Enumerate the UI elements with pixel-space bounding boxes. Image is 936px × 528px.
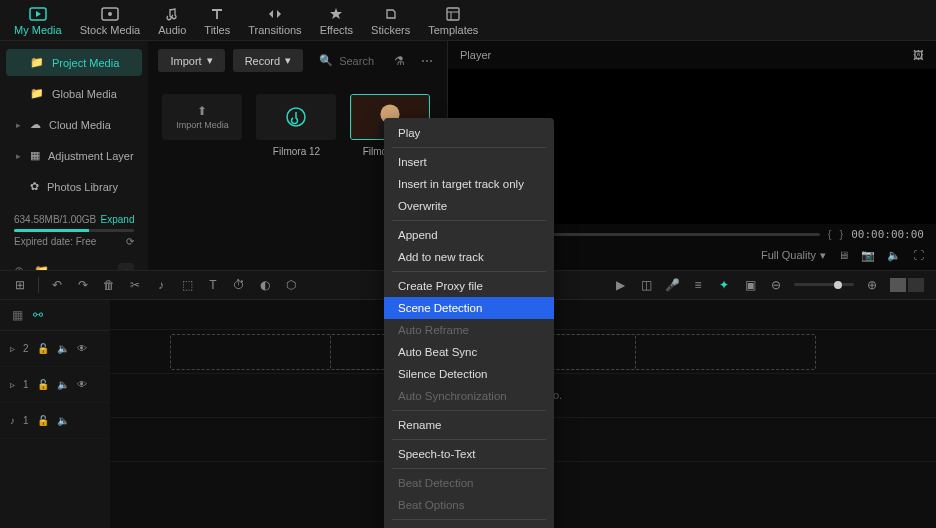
zoom-out-icon[interactable]: ⊖ [768, 278, 784, 292]
layer-icon: ▦ [30, 149, 40, 162]
view-grid-button[interactable] [908, 278, 924, 292]
import-media-tile[interactable]: ⬆ Import Media [162, 94, 242, 157]
image-icon[interactable]: 🖼 [913, 49, 924, 61]
audio-icon [162, 6, 182, 22]
undo-icon[interactable]: ↶ [49, 278, 65, 292]
color-icon[interactable]: ◐ [257, 278, 273, 292]
marker-icon[interactable]: ▣ [742, 278, 758, 292]
refresh-icon[interactable]: ⟳ [126, 236, 134, 247]
ai-icon[interactable]: ✦ [716, 278, 732, 292]
sidebar-item-cloud-media[interactable]: ▸ ☁ Cloud Media [6, 111, 142, 138]
music-icon[interactable]: ♪ [153, 278, 169, 292]
snapshot-icon[interactable]: 📷 [861, 249, 875, 262]
media-toolbar: Import▾ Record▾ 🔍Search ⚗ ⋯ [148, 41, 447, 80]
menu-item-silence-detection[interactable]: Silence Detection [384, 363, 554, 385]
menu-item-auto-reframe: Auto Reframe [384, 319, 554, 341]
zoom-slider[interactable] [794, 283, 854, 286]
fullscreen-icon[interactable]: ⛶ [913, 249, 924, 261]
eye-icon[interactable]: 👁 [77, 379, 87, 390]
menu-item-speech-to-text[interactable]: Speech-to-Text [384, 443, 554, 465]
storage-info: 634.58MB/1.00GB Expand Expired date: Fre… [6, 208, 142, 253]
menu-separator [392, 147, 546, 148]
mixer-icon[interactable]: ≡ [690, 278, 706, 292]
menu-item-overwrite[interactable]: Overwrite [384, 195, 554, 217]
menu-item-auto-synchronization: Auto Synchronization [384, 385, 554, 407]
lock-icon[interactable]: 🔓 [37, 415, 49, 426]
tab-stickers[interactable]: Stickers [371, 6, 410, 36]
volume-icon[interactable]: 🔈 [887, 249, 901, 262]
audio-track-icon: ♪ [10, 415, 15, 426]
search-input[interactable]: 🔍Search [311, 50, 382, 71]
display-icon[interactable]: 🖥 [838, 249, 849, 261]
chevron-down-icon: ▾ [820, 249, 826, 262]
tab-audio[interactable]: Audio [158, 6, 186, 36]
cloud-icon: ☁ [30, 118, 41, 131]
chevron-right-icon: ▸ [14, 120, 22, 130]
mute-icon[interactable]: 🔈 [57, 379, 69, 390]
chevron-down-icon: ▾ [285, 54, 291, 67]
menu-item-append[interactable]: Append [384, 224, 554, 246]
lock-icon[interactable]: 🔓 [37, 343, 49, 354]
upload-icon: ⬆ [197, 104, 207, 118]
tab-stock-media[interactable]: Stock Media [80, 6, 141, 36]
svg-marker-1 [36, 11, 41, 17]
menu-item-add-to-new-track[interactable]: Add to new track [384, 246, 554, 268]
text-icon[interactable]: T [205, 278, 221, 292]
redo-icon[interactable]: ↷ [75, 278, 91, 292]
track-header-video-2[interactable]: ▹ 2 🔓 🔈 👁 [0, 331, 110, 367]
effect-icon[interactable]: ⬡ [283, 278, 299, 292]
tab-effects[interactable]: Effects [320, 6, 353, 36]
sidebar-item-project-media[interactable]: 📁 Project Media [6, 49, 142, 76]
lock-icon[interactable]: 🔓 [37, 379, 49, 390]
tab-templates[interactable]: Templates [428, 6, 478, 36]
mute-icon[interactable]: 🔈 [57, 343, 69, 354]
menu-item-insert[interactable]: Insert [384, 151, 554, 173]
menu-separator [392, 468, 546, 469]
menu-item-scene-detection[interactable]: Scene Detection [384, 297, 554, 319]
tab-titles[interactable]: Titles [204, 6, 230, 36]
stock-icon [100, 6, 120, 22]
tab-transitions[interactable]: Transitions [248, 6, 301, 36]
eye-icon[interactable]: 👁 [77, 343, 87, 354]
track-link-icon[interactable]: ⚯ [33, 308, 43, 322]
mic-icon[interactable]: 🎤 [664, 278, 680, 292]
top-tabs: My Media Stock Media Audio Titles Transi… [0, 0, 936, 41]
speed-icon[interactable]: ⏱ [231, 278, 247, 292]
more-icon[interactable]: ⋯ [417, 50, 437, 72]
grid-icon[interactable]: ⊞ [12, 278, 28, 292]
zoom-in-icon[interactable]: ⊕ [864, 278, 880, 292]
record-button[interactable]: Record▾ [233, 49, 303, 72]
menu-separator [392, 410, 546, 411]
track-layers-icon[interactable]: ▦ [12, 308, 23, 322]
delete-icon[interactable]: 🗑 [101, 278, 117, 292]
quality-dropdown[interactable]: Full Quality▾ [761, 249, 826, 262]
import-button[interactable]: Import▾ [158, 49, 224, 72]
menu-item-rename[interactable]: Rename [384, 414, 554, 436]
sidebar-item-adjustment-layer[interactable]: ▸ ▦ Adjustment Layer [6, 142, 142, 169]
view-list-button[interactable] [890, 278, 906, 292]
play-icon[interactable]: ▶ [612, 278, 628, 292]
titles-icon [207, 6, 227, 22]
menu-item-play[interactable]: Play [384, 122, 554, 144]
cut-icon[interactable]: ✂ [127, 278, 143, 292]
filter-icon[interactable]: ⚗ [390, 50, 409, 72]
menu-item-auto-beat-sync[interactable]: Auto Beat Sync [384, 341, 554, 363]
tab-my-media[interactable]: My Media [14, 6, 62, 36]
menu-separator [392, 220, 546, 221]
context-menu: PlayInsertInsert in target track onlyOve… [384, 118, 554, 528]
crop-icon[interactable]: ⬚ [179, 278, 195, 292]
templates-icon [443, 6, 463, 22]
svg-point-3 [108, 12, 112, 16]
sidebar-item-photos-library[interactable]: ✿ Photos Library [6, 173, 142, 200]
photos-icon: ✿ [30, 180, 39, 193]
track-header-video-1[interactable]: ▹ 1 🔓 🔈 👁 [0, 367, 110, 403]
mute-icon[interactable]: 🔈 [57, 415, 69, 426]
sidebar-item-global-media[interactable]: 📁 Global Media [6, 80, 142, 107]
menu-item-create-proxy-file[interactable]: Create Proxy file [384, 275, 554, 297]
menu-item-upload-to-filmora-workspace[interactable]: Upload to Filmora Workspace [384, 523, 554, 528]
mark-icon[interactable]: ◫ [638, 278, 654, 292]
expand-button[interactable]: Expand [101, 214, 135, 225]
media-item[interactable]: Filmora 12 [256, 94, 336, 157]
menu-item-insert-in-target-track-only[interactable]: Insert in target track only [384, 173, 554, 195]
track-header-audio-1[interactable]: ♪ 1 🔓 🔈 [0, 403, 110, 439]
